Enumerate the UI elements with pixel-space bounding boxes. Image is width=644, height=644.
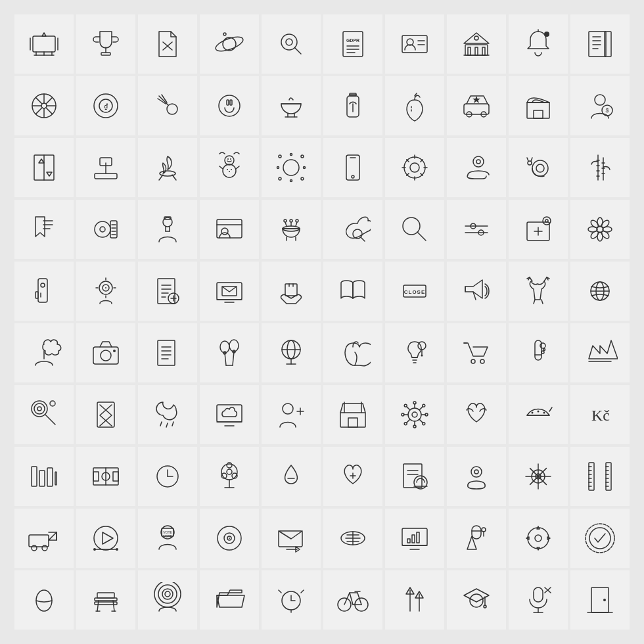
- svg-rect-406: [97, 593, 114, 598]
- svg-point-164: [290, 219, 292, 222]
- svg-marker-365: [103, 532, 113, 544]
- svg-rect-310: [32, 467, 37, 486]
- icon-vote-head: VOTE VOTE: [138, 509, 197, 568]
- icon-currency: ₫: [76, 76, 135, 135]
- icon-gear-globe: [570, 262, 630, 321]
- icon-trophy: [76, 14, 135, 74]
- svg-rect-232: [93, 347, 118, 364]
- icon-sparkle-circle: [262, 138, 321, 197]
- svg-rect-318: [113, 472, 118, 481]
- icon-equalizer: [14, 447, 74, 506]
- svg-line-48: [36, 98, 43, 104]
- svg-marker-3: [42, 33, 46, 36]
- svg-rect-312: [47, 468, 53, 486]
- svg-point-97: [227, 169, 228, 170]
- icon-heart-cross: [323, 447, 382, 506]
- icon-apple-bite: [323, 323, 382, 382]
- icon-gear-hand2: [447, 447, 506, 506]
- icon-wall-clock: [138, 447, 197, 506]
- svg-line-298: [420, 420, 423, 423]
- svg-line-275: [172, 422, 173, 426]
- icon-play-button: [76, 509, 135, 568]
- icon-bowl: [262, 76, 321, 135]
- svg-point-98: [229, 171, 230, 172]
- svg-point-305: [532, 412, 534, 414]
- icon-target-person: [76, 262, 135, 321]
- svg-line-171: [417, 232, 426, 241]
- svg-rect-201: [158, 279, 175, 304]
- svg-point-435: [603, 599, 606, 601]
- svg-rect-388: [407, 539, 410, 543]
- svg-rect-391: [472, 526, 481, 539]
- svg-rect-213: [285, 284, 297, 296]
- svg-point-428: [484, 605, 486, 608]
- svg-rect-190: [38, 279, 47, 302]
- svg-point-125: [476, 160, 480, 164]
- icon-hands-box: [262, 262, 321, 321]
- svg-point-255: [418, 342, 426, 350]
- svg-point-335: [414, 476, 427, 489]
- svg-point-196: [105, 287, 106, 288]
- icon-search-circle: [262, 14, 321, 74]
- icon-dispenser: [14, 262, 74, 321]
- svg-point-393: [482, 528, 486, 532]
- icon-record-settings: [76, 200, 135, 259]
- icon-person-add: [262, 385, 321, 444]
- svg-point-180: [545, 219, 548, 222]
- svg-point-110: [277, 167, 279, 169]
- svg-text:₫: ₫: [104, 103, 108, 110]
- svg-point-93: [225, 156, 234, 165]
- svg-point-113: [352, 175, 354, 178]
- svg-point-103: [279, 155, 281, 158]
- svg-line-162: [296, 222, 297, 226]
- icon-hands-plant: [14, 323, 74, 382]
- icon-gdpr: GDPR: [323, 14, 382, 74]
- icon-close-sign: CLOSE: [385, 262, 444, 321]
- svg-point-289: [413, 402, 416, 404]
- svg-point-301: [423, 404, 425, 407]
- svg-line-50: [46, 98, 53, 104]
- svg-rect-209: [217, 283, 242, 300]
- svg-line-270: [45, 415, 55, 425]
- svg-point-106: [301, 177, 304, 180]
- icon-camera: [76, 323, 135, 382]
- svg-point-96: [230, 158, 231, 160]
- svg-rect-235: [158, 340, 175, 365]
- svg-point-264: [541, 351, 544, 354]
- icon-phone: [323, 138, 382, 197]
- svg-rect-29: [475, 47, 478, 55]
- svg-point-368: [116, 548, 118, 551]
- svg-line-296: [407, 407, 410, 410]
- icon-hourglass-frame: [76, 385, 135, 444]
- icon-ruler-vertical: [570, 447, 630, 506]
- svg-rect-272: [97, 402, 114, 427]
- svg-point-367: [93, 548, 96, 551]
- icon-czech-crown: Kč: [570, 385, 630, 444]
- svg-point-179: [543, 217, 551, 225]
- svg-rect-145: [110, 221, 117, 238]
- icon-wheel: [14, 76, 74, 135]
- icon-laptop-mail: [200, 262, 259, 321]
- icon-balloons: [200, 323, 259, 382]
- svg-line-51: [36, 108, 43, 114]
- svg-point-188: [600, 219, 610, 229]
- svg-rect-429: [534, 587, 543, 602]
- icon-bench: [76, 570, 135, 630]
- svg-point-268: [37, 407, 41, 411]
- svg-point-271: [50, 401, 55, 406]
- icon-megaphone: [447, 262, 506, 321]
- svg-rect-0: [33, 36, 55, 52]
- svg-point-287: [412, 412, 417, 417]
- svg-rect-434: [591, 587, 609, 612]
- icon-invoice: [570, 14, 630, 74]
- svg-line-100: [219, 166, 223, 169]
- svg-line-17: [294, 47, 301, 54]
- icon-easter-egg: [14, 570, 74, 630]
- svg-point-115: [410, 163, 419, 172]
- svg-line-418: [350, 593, 353, 605]
- svg-rect-60: [227, 100, 229, 105]
- svg-point-299: [423, 423, 425, 425]
- icon-heart-butterfly: [447, 385, 506, 444]
- icon-snowman: [200, 138, 259, 197]
- svg-point-163: [284, 219, 287, 222]
